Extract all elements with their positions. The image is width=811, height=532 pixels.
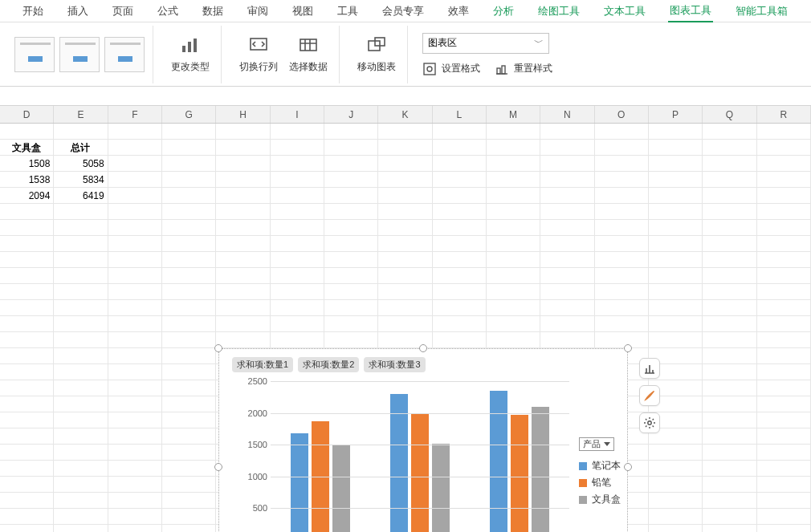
cell[interactable] [324,268,378,284]
cell[interactable] [54,428,108,445]
cell[interactable] [703,172,756,188]
bar[interactable] [432,444,450,532]
legend-item[interactable]: 笔记本 [579,459,621,473]
cell[interactable] [649,461,703,477]
column-header[interactable]: M [487,106,540,123]
cell[interactable] [595,300,649,316]
chart-chip[interactable]: 求和项:数量3 [364,357,425,372]
cell[interactable] [595,156,649,172]
cell[interactable] [54,236,108,252]
cell[interactable]: 5834 [54,172,108,188]
cell[interactable] [0,316,54,332]
cell[interactable] [108,172,162,188]
cell[interactable] [108,124,162,140]
resize-handle-ml[interactable] [214,463,222,471]
cell[interactable] [540,140,594,156]
cell[interactable] [271,316,324,332]
cell[interactable] [487,332,540,348]
cell[interactable] [649,509,703,525]
cell[interactable] [703,124,756,140]
cell[interactable] [378,172,432,188]
cell[interactable] [378,204,432,220]
cell[interactable] [433,156,487,172]
cell[interactable] [703,252,756,268]
cell[interactable] [595,188,649,204]
cell[interactable] [54,493,108,509]
chart-chip[interactable]: 求和项:数量2 [298,357,359,372]
cell[interactable] [162,428,216,445]
cell[interactable] [162,445,216,461]
cell[interactable] [757,188,811,204]
cell[interactable] [757,140,811,156]
cell[interactable]: 2094 [0,188,54,204]
chart-object[interactable]: 求和项:数量1求和项:数量2求和项:数量3 250020001500100050… [218,348,628,532]
resize-handle-tr[interactable] [624,344,632,352]
cell[interactable] [324,124,378,140]
cell[interactable] [216,268,270,284]
cell[interactable] [540,300,594,316]
menu-tab-2[interactable]: 页面 [111,1,135,22]
cell[interactable] [757,509,811,525]
cell[interactable] [216,284,270,300]
plot-area[interactable]: 25002000150010005000 求和项:数量1求和项:数量2求和项:数… [242,381,569,532]
cell[interactable] [108,204,162,220]
cell[interactable]: 6419 [54,188,108,204]
cell[interactable] [487,316,540,332]
cell[interactable] [271,236,324,252]
cell[interactable] [162,236,216,252]
cell[interactable] [649,204,703,220]
cell[interactable] [271,300,324,316]
column-header[interactable]: L [433,106,487,123]
cell[interactable] [0,428,54,445]
cell[interactable] [595,332,649,348]
cell[interactable] [595,140,649,156]
cell[interactable] [108,300,162,316]
cell[interactable] [0,525,54,532]
cell[interactable] [162,525,216,532]
cell[interactable] [0,380,54,396]
cell[interactable] [757,396,811,412]
cell[interactable] [108,348,162,364]
cell[interactable] [108,477,162,493]
cell[interactable] [216,220,270,236]
cell[interactable] [324,204,378,220]
cell[interactable] [757,477,811,493]
cell[interactable] [487,140,540,156]
cell[interactable] [703,396,756,412]
cell[interactable] [757,172,811,188]
menu-tab-6[interactable]: 视图 [291,1,315,22]
cell[interactable] [324,140,378,156]
cell[interactable] [0,252,54,268]
cell[interactable] [757,428,811,445]
cell[interactable] [757,124,811,140]
column-header[interactable]: J [324,106,378,123]
cell[interactable] [162,188,216,204]
cell[interactable] [162,380,216,396]
column-header[interactable]: G [162,106,216,123]
cell[interactable] [649,477,703,493]
cell[interactable] [540,332,594,348]
cell[interactable] [108,220,162,236]
cell[interactable] [487,284,540,300]
cell[interactable] [757,268,811,284]
cell[interactable] [271,124,324,140]
cell[interactable] [54,477,108,493]
cell[interactable] [0,284,54,300]
bar[interactable] [291,433,308,532]
cell[interactable] [487,188,540,204]
cell[interactable] [271,188,324,204]
cell[interactable] [378,140,432,156]
chart-styles-button[interactable] [639,385,660,406]
cell[interactable] [703,477,756,493]
cell[interactable] [649,445,703,461]
cell[interactable] [703,364,756,380]
cell[interactable] [703,428,756,445]
cell[interactable] [703,284,756,300]
menu-tab-1[interactable]: 插入 [66,1,90,22]
cell[interactable] [162,509,216,525]
menu-tab-9[interactable]: 效率 [446,1,471,22]
cell[interactable] [0,220,54,236]
cell[interactable] [595,284,649,300]
column-header[interactable]: P [649,106,703,123]
cell[interactable] [649,525,703,532]
